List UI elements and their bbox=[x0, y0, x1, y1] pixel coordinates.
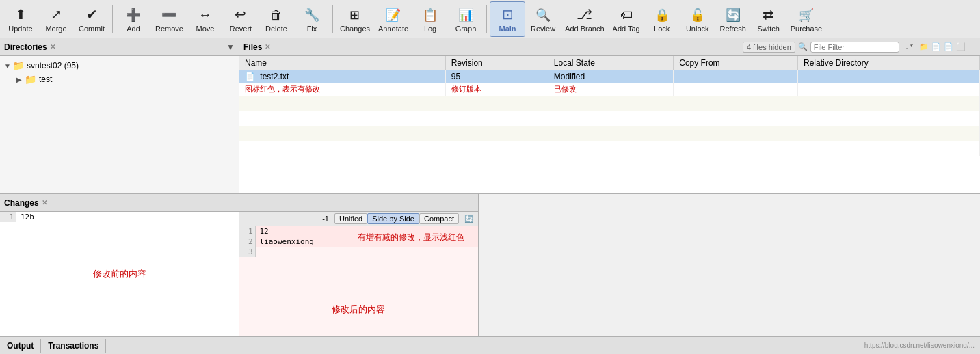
update-label: Update bbox=[8, 25, 32, 33]
test-expander: ▶ bbox=[16, 76, 25, 83]
commit-icon bbox=[86, 5, 98, 23]
diff-left-wrap: 1 12b 修改前的内容 bbox=[0, 212, 239, 336]
move-button[interactable]: Move bbox=[187, 1, 223, 37]
folder-btn[interactable]: 📁 bbox=[919, 42, 929, 51]
fix-label: Fix bbox=[307, 25, 317, 33]
annotation-row: 图标红色，表示有修改 修订版本 已修改 bbox=[239, 83, 980, 96]
unlock-icon bbox=[690, 5, 705, 23]
changes-icon bbox=[349, 5, 360, 23]
merge-icon bbox=[51, 5, 62, 23]
file2-btn[interactable]: 📄 bbox=[944, 42, 953, 51]
output-tab[interactable]: Output bbox=[0, 339, 41, 353]
tree-item-root[interactable]: ▼ 📁 svntest02 (95) bbox=[0, 59, 239, 72]
files-header: Files ✕ 4 files hidden 🔍 .* 📁 📄 📄 ⬜ ⋮ bbox=[239, 38, 980, 56]
empty-row-1 bbox=[239, 96, 980, 111]
revert-button[interactable]: Revert bbox=[223, 1, 259, 37]
addbranch-label: Add Branch bbox=[565, 25, 604, 33]
addtag-label: Add Tag bbox=[613, 25, 640, 33]
revert-icon bbox=[235, 5, 246, 23]
diff-right-linenum-2: 2 bbox=[239, 236, 256, 247]
refresh-icon bbox=[726, 5, 741, 23]
purchase-icon bbox=[799, 5, 814, 23]
directories-arrow[interactable]: ▼ bbox=[226, 42, 235, 52]
files-close[interactable]: ✕ bbox=[265, 43, 270, 51]
expand-btn[interactable]: ⬜ bbox=[956, 42, 966, 51]
diff-body: 1 12b 修改前的内容 -1 Unified Side by Side Com… bbox=[0, 212, 478, 336]
files-header-right: 4 files hidden 🔍 .* 📁 📄 📄 ⬜ ⋮ bbox=[743, 42, 976, 53]
update-button[interactable]: Update bbox=[3, 1, 38, 37]
commit-button[interactable]: Commit bbox=[74, 1, 109, 37]
graph-icon bbox=[458, 5, 473, 23]
file-btn[interactable]: 📄 bbox=[931, 42, 941, 51]
search-box[interactable] bbox=[810, 42, 899, 53]
add-button[interactable]: Add bbox=[116, 1, 151, 37]
tree-root-label: svntest02 (95) bbox=[27, 61, 79, 70]
separator-2 bbox=[332, 5, 333, 33]
commit-label: Commit bbox=[79, 25, 105, 33]
files-table: Name Revision Local State Copy From Rela… bbox=[239, 56, 980, 156]
annotate-button[interactable]: Annotate bbox=[374, 1, 412, 37]
lock-icon bbox=[654, 5, 670, 23]
annotation-revision-cell: 修订版本 bbox=[445, 83, 548, 96]
diff-right-annotation: 修改后的内容 bbox=[332, 303, 385, 316]
graph-button[interactable]: Graph bbox=[448, 1, 484, 37]
annotate-icon bbox=[386, 5, 401, 23]
diff-right-linenum-1: 1 bbox=[239, 226, 256, 236]
status-url: https://blog.csdn.net/liaowenxiong/... bbox=[864, 342, 980, 349]
file-copyfrom-cell bbox=[674, 70, 798, 83]
addbranch-button[interactable]: Add Branch bbox=[561, 1, 608, 37]
switch-icon bbox=[763, 5, 774, 23]
review-label: Review bbox=[531, 25, 555, 33]
tree-item-test[interactable]: ▶ 📁 test bbox=[0, 72, 239, 86]
transactions-tab[interactable]: Transactions bbox=[41, 339, 106, 353]
file-reldir-cell bbox=[798, 70, 980, 83]
directories-header: Directories ✕ ▼ bbox=[0, 38, 239, 56]
move-label: Move bbox=[196, 25, 215, 33]
review-button[interactable]: Review bbox=[525, 1, 561, 37]
diff-refresh-icon[interactable]: 🔄 bbox=[464, 215, 474, 223]
delete-button[interactable]: Delete bbox=[259, 1, 294, 37]
changes-panel: Changes ✕ 1 12b 修改前的内容 -1 Unified Si bbox=[0, 194, 479, 336]
search-icon: 🔍 bbox=[798, 42, 808, 51]
compact-btn[interactable]: Compact bbox=[419, 213, 459, 224]
diff-right-text-3 bbox=[256, 247, 479, 257]
purchase-button[interactable]: Purchase bbox=[786, 1, 826, 37]
refresh-button[interactable]: Refresh bbox=[715, 1, 751, 37]
main-content: Directories ✕ ▼ ▼ 📁 svntest02 (95) ▶ 📁 t… bbox=[0, 38, 980, 193]
unlock-button[interactable]: Unlock bbox=[680, 1, 715, 37]
changes-button[interactable]: Changes bbox=[336, 1, 374, 37]
remove-icon bbox=[161, 5, 176, 23]
update-icon bbox=[15, 5, 27, 23]
more-btn[interactable]: ⋮ bbox=[968, 42, 976, 51]
unified-btn[interactable]: Unified bbox=[334, 213, 367, 224]
remove-label: Remove bbox=[155, 25, 183, 33]
revert-label: Revert bbox=[230, 25, 252, 33]
files-table-header-row: Name Revision Local State Copy From Rela… bbox=[239, 56, 980, 70]
table-row[interactable]: 📄 test2.txt 95 Modified bbox=[239, 70, 980, 83]
changes-title: Changes bbox=[4, 198, 39, 208]
addbranch-icon bbox=[577, 5, 592, 23]
log-button[interactable]: Log bbox=[412, 1, 448, 37]
changes-close[interactable]: ✕ bbox=[42, 199, 47, 206]
diff-right-content: 1 12 2 liaowenxiong 3 有增有减的修改，显示浅红色 修改后的… bbox=[239, 226, 479, 336]
fix-button[interactable]: Fix bbox=[294, 1, 330, 37]
switch-button[interactable]: Switch bbox=[751, 1, 786, 37]
unlock-label: Unlock bbox=[686, 25, 709, 33]
merge-button[interactable]: Merge bbox=[38, 1, 74, 37]
diff-left-line-1: 1 12b bbox=[0, 212, 239, 222]
col-local-state: Local State bbox=[548, 56, 673, 70]
remove-button[interactable]: Remove bbox=[151, 1, 187, 37]
col-copy-from: Copy From bbox=[674, 56, 798, 70]
lock-label: Lock bbox=[654, 25, 670, 33]
empty-row-3 bbox=[239, 126, 980, 141]
main-button[interactable]: Main bbox=[490, 1, 525, 37]
bottom-area: Changes ✕ 1 12b 修改前的内容 -1 Unified Si bbox=[0, 193, 980, 336]
diff-left-content: 1 12b 修改前的内容 bbox=[0, 212, 239, 336]
side-by-side-btn[interactable]: Side by Side bbox=[367, 213, 419, 224]
file-filter-input[interactable] bbox=[814, 43, 896, 51]
addtag-button[interactable]: Add Tag bbox=[609, 1, 644, 37]
directories-close[interactable]: ✕ bbox=[50, 43, 55, 51]
lock-button[interactable]: Lock bbox=[644, 1, 680, 37]
regex-btn[interactable]: .* bbox=[902, 42, 916, 51]
tree-test-label: test bbox=[39, 74, 52, 84]
